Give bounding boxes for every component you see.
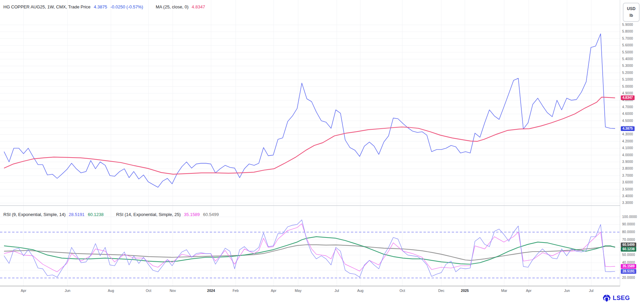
rsi-legend[interactable]: RSI (9, Exponential, Simple, 14) 28.5191… <box>3 212 221 217</box>
time-axis-label-aug: Aug <box>357 289 364 293</box>
rsi9-value-badge: 28.5191 <box>621 269 636 274</box>
time-axis-label-apr: Apr <box>526 289 531 293</box>
lseg-logo-text: LSEG <box>613 295 630 302</box>
price-change-value: -0.0250 (-0.57%) <box>110 4 143 9</box>
price-tick-label: 5.8000 <box>622 30 633 33</box>
rsi9-value: 28.5191 <box>69 212 85 217</box>
time-axis-label-jun: Jun <box>564 289 570 293</box>
price-tick-label: 4.9000 <box>622 91 633 95</box>
time-axis-label-aug: Aug <box>108 289 114 293</box>
price-tick-label: 3.5000 <box>622 187 633 191</box>
rsi-tick-label: 70.0000 <box>622 238 635 242</box>
unit-currency: USD <box>623 5 639 12</box>
price-tick-label: 4.0000 <box>622 153 633 157</box>
price-value-badge: 4.3875 <box>621 126 635 131</box>
ma-study-label: MA (25, close, 0) <box>156 4 189 9</box>
price-tick-label: 3.3000 <box>622 201 633 205</box>
lseg-logo: LSEG <box>602 294 630 302</box>
time-axis-label-oct: Oct <box>400 289 405 293</box>
time-axis-label-apr: Apr <box>21 289 26 293</box>
chart-canvas[interactable] <box>0 0 644 304</box>
time-axis-label-2024: 2024 <box>207 289 215 293</box>
price-tick-label: 3.6000 <box>622 180 633 184</box>
time-axis-label-jul: Jul <box>334 289 339 293</box>
time-axis-label-apr: Apr <box>271 289 276 293</box>
time-axis-label-feb: Feb <box>233 289 239 293</box>
price-tick-label: 5.3000 <box>622 64 633 68</box>
unit-badge: USD lb <box>623 3 640 22</box>
time-axis-label-mar: Mar <box>501 289 507 293</box>
time-axis-label-may: May <box>295 289 301 293</box>
price-tick-label: 5.1000 <box>622 78 633 81</box>
price-tick-label: 4.6000 <box>622 112 633 116</box>
time-axis-scale[interactable]: AprJunAugOctNov2024FebAprMayJulAugOctDec… <box>0 286 620 296</box>
price-line-series <box>4 34 615 187</box>
price-tick-label: 5.9000 <box>622 23 633 27</box>
rsi-tick-label: 50.0000 <box>622 253 635 257</box>
last-price-value: 4.3875 <box>94 4 107 9</box>
time-axis-label-jun: Jun <box>65 289 71 293</box>
rsi-tick-label: 80.0000 <box>622 230 635 234</box>
rsi9-line-series <box>4 220 615 277</box>
ma-study-value: 4.8347 <box>192 4 205 9</box>
price-tick-label: 5.2000 <box>622 71 633 75</box>
price-tick-label: 5.4000 <box>622 57 633 61</box>
price-tick-label: 4.5000 <box>622 119 633 123</box>
rsi14_ma25-value-badge: 60.5499 <box>621 243 636 247</box>
rsi14-ma-value: 60.5499 <box>203 212 219 217</box>
price-tick-label: 3.4000 <box>622 194 633 198</box>
price-tick-label: 4.2000 <box>622 139 633 143</box>
instrument-title: HG COPPER AUG25, 1W, CMX, Trade Price <box>3 4 90 9</box>
price-tick-label: 3.9000 <box>622 160 633 164</box>
price-tick-label: 4.3000 <box>622 132 633 136</box>
price-tick-label: 4.7000 <box>622 105 633 109</box>
lseg-crest-icon <box>602 294 611 302</box>
chart-application: HG COPPER AUG25, 1W, CMX, Trade Price 4.… <box>0 0 644 304</box>
price-tick-label: 3.7000 <box>622 174 633 177</box>
rsi9_ma14-line-series <box>4 237 615 264</box>
ma25-value-badge: 4.8347 <box>621 95 635 100</box>
price-tick-label: 5.5000 <box>622 50 633 54</box>
price-tick-label: 5.6000 <box>622 43 633 47</box>
price-legend[interactable]: HG COPPER AUG25, 1W, CMX, Trade Price 4.… <box>3 4 207 9</box>
rsi14-value-badge: 35.1589 <box>621 264 636 269</box>
rsi9-study-label: RSI (9, Exponential, Simple, 14) <box>3 212 66 217</box>
time-axis-label-2025: 2025 <box>461 289 469 293</box>
price-tick-label: 4.1000 <box>622 146 633 150</box>
rsi-tick-label: 90.0000 <box>622 222 635 226</box>
rsi14-study-label: RSI (14, Exponential, Simple, 25) <box>116 212 180 217</box>
price-axis-scale[interactable]: USD lb 5.90005.80005.70005.60005.50005.4… <box>620 0 644 296</box>
ma25-line-series <box>4 97 615 174</box>
rsi-tick-label: 20.0000 <box>622 276 635 279</box>
rsi9-ma-value: 60.1238 <box>88 212 104 217</box>
rsi-tick-label: 100.0000 <box>622 215 637 219</box>
price-tick-label: 5.7000 <box>622 37 633 40</box>
time-axis-label-oct: Oct <box>146 289 151 293</box>
price-tick-label: 3.8000 <box>622 167 633 170</box>
time-axis-label-nov: Nov <box>170 289 176 293</box>
time-axis-label-dec: Dec <box>438 289 445 293</box>
unit-measure: lb <box>623 12 639 19</box>
price-tick-label: 5.0000 <box>622 85 633 88</box>
time-axis-label-jul: Jul <box>589 289 593 293</box>
rsi9_ma14-value-badge: 60.1238 <box>621 247 636 252</box>
rsi14-value: 35.1589 <box>184 212 200 217</box>
